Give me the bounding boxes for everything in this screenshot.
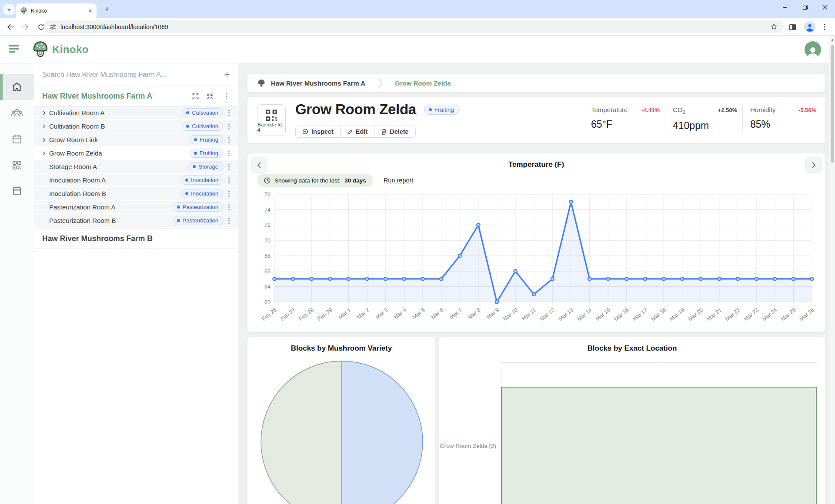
room-row[interactable]: Cultivation Room B Cultivation xyxy=(34,120,238,133)
room-menu-icon[interactable] xyxy=(223,123,234,129)
svg-text:Mar 1: Mar 1 xyxy=(337,307,352,320)
row-chevron-icon[interactable] xyxy=(41,137,48,143)
window-minimize-button[interactable] xyxy=(775,0,795,14)
nav-item-team[interactable] xyxy=(0,100,34,126)
expand-all-icon[interactable] xyxy=(192,93,199,100)
room-menu-icon[interactable] xyxy=(223,204,234,210)
inspect-button[interactable]: Inspect xyxy=(296,126,341,137)
tab-search-button[interactable] xyxy=(3,4,15,15)
variety-pie-card: Blocks by Mushroom Variety xyxy=(247,337,436,504)
room-menu-icon[interactable] xyxy=(223,110,234,116)
room-name: Cultivation Room A xyxy=(49,109,105,116)
browser-profile-avatar[interactable] xyxy=(804,21,816,33)
user-avatar[interactable] xyxy=(805,41,821,58)
stat-label: Temperature xyxy=(591,106,628,113)
stat-temperature: Temperature -4.41% 65°F xyxy=(591,106,660,136)
farm-a-menu-icon[interactable] xyxy=(220,93,232,99)
nav-item-home[interactable] xyxy=(0,74,34,100)
room-row[interactable]: Grow Room Link Fruiting xyxy=(34,133,238,146)
svg-text:66: 66 xyxy=(264,269,271,275)
room-row[interactable]: Storage Room A Storage xyxy=(34,160,238,173)
bar-chart-title: Blocks by Exact Location xyxy=(439,344,825,353)
collapse-all-icon[interactable] xyxy=(206,93,214,100)
room-menu-icon[interactable] xyxy=(223,177,234,183)
barcode-id-label: Barcode Id: 4 xyxy=(257,122,285,133)
room-menu-icon[interactable] xyxy=(223,218,234,224)
room-name: Pasteurization Room B xyxy=(49,217,116,224)
edit-button[interactable]: Edit xyxy=(341,126,374,137)
search-input[interactable] xyxy=(42,71,223,79)
date-range-chip[interactable]: Showing data for the last: 30 days xyxy=(257,174,373,187)
calendar-icon xyxy=(11,133,23,145)
delete-button[interactable]: Delete xyxy=(374,126,415,137)
bookmark-star-icon[interactable] xyxy=(770,23,778,30)
svg-text:74: 74 xyxy=(264,207,271,213)
new-tab-button[interactable]: + xyxy=(101,3,113,15)
side-panel-icon[interactable] xyxy=(786,21,798,33)
svg-text:Mar 22: Mar 22 xyxy=(724,307,741,322)
svg-text:Mar 4: Mar 4 xyxy=(393,307,407,320)
row-chevron-icon[interactable] xyxy=(41,124,48,129)
window-restore-button[interactable] xyxy=(795,0,815,14)
room-name: Grow Room Link xyxy=(49,136,98,143)
breadcrumb-room[interactable]: Grow Room Zelda xyxy=(395,80,451,87)
breadcrumb-farm[interactable]: Haw River Mushrooms Farm A xyxy=(271,80,365,87)
bar-category-label: Grow Room Zelda (2) xyxy=(439,443,496,449)
stat-delta: +2.50% xyxy=(718,107,737,113)
tab-title: Kinoko xyxy=(31,8,85,14)
page-scrollbar[interactable]: ▲ xyxy=(829,36,835,504)
farm-a-header[interactable]: Haw River Mushrooms Farm A xyxy=(34,86,238,106)
room-row[interactable]: Pasteurization Room A Pasteurization xyxy=(34,201,238,213)
nav-item-storage[interactable] xyxy=(0,178,34,204)
back-button[interactable] xyxy=(4,21,17,33)
room-type-badge: Fruiting xyxy=(190,135,223,144)
svg-text:Mar 5: Mar 5 xyxy=(411,307,426,320)
row-chevron-icon[interactable] xyxy=(41,110,48,116)
edit-icon xyxy=(347,129,353,135)
svg-text:Feb 27: Feb 27 xyxy=(279,307,296,322)
browser-tab[interactable]: Kinoko × xyxy=(16,3,97,18)
row-chevron-icon[interactable] xyxy=(41,151,48,156)
room-menu-icon[interactable] xyxy=(223,191,234,197)
room-type-badge: Fruiting xyxy=(190,149,223,158)
room-name: Inoculation Room B xyxy=(49,190,106,197)
app-name: Kinoko xyxy=(52,43,89,56)
room-row[interactable]: Inoculation Room B Inoculation xyxy=(34,187,238,200)
room-name: Grow Room Zelda xyxy=(49,149,102,157)
room-menu-icon[interactable] xyxy=(223,137,234,143)
farm-b-header[interactable]: Haw River Mushrooms Farm B xyxy=(34,229,238,249)
nav-item-calendar[interactable] xyxy=(0,126,34,152)
room-menu-icon[interactable] xyxy=(223,164,234,170)
room-row[interactable]: Inoculation Room A Inoculation xyxy=(34,174,238,186)
barcode-box[interactable]: Barcode Id: 4 xyxy=(257,104,286,136)
nav-item-scan[interactable] xyxy=(0,152,34,178)
add-location-button[interactable]: + xyxy=(223,69,231,81)
svg-text:Mar 10: Mar 10 xyxy=(502,307,519,322)
qr-code-icon xyxy=(264,109,279,122)
menu-toggle-button[interactable] xyxy=(9,45,19,54)
room-row[interactable]: Cultivation Room A Cultivation xyxy=(34,106,238,119)
room-menu-icon[interactable] xyxy=(223,150,234,156)
svg-text:Mar 17: Mar 17 xyxy=(631,307,648,322)
room-row[interactable]: Pasteurization Room B Pasteurization xyxy=(34,214,238,227)
window-close-button[interactable] xyxy=(815,0,835,14)
room-row[interactable]: Grow Room Zelda Fruiting xyxy=(34,147,238,159)
stat-co: CO2 +2.50% 410ppm xyxy=(673,106,737,136)
address-bar[interactable]: localhost:3000/dashboard/location/1069 xyxy=(43,20,784,33)
scrollbar-thumb[interactable] xyxy=(831,45,834,162)
browser-menu-icon[interactable] xyxy=(818,21,831,33)
site-settings-icon[interactable] xyxy=(50,24,56,30)
tab-close-icon[interactable]: × xyxy=(88,7,92,14)
scrollbar-up-arrow[interactable]: ▲ xyxy=(831,38,834,42)
browser-toolbar: localhost:3000/dashboard/location/1069 xyxy=(0,18,835,36)
stat-label: CO2 xyxy=(673,106,685,115)
run-report-link[interactable]: Run report xyxy=(384,177,414,184)
stat-delta: -4.41% xyxy=(642,107,660,113)
storage-box-icon xyxy=(11,186,23,197)
stat-humidity: Humidity -5.56% 85% xyxy=(750,106,816,136)
svg-text:Mar 8: Mar 8 xyxy=(467,307,482,320)
svg-text:72: 72 xyxy=(264,222,271,228)
room-name: Cultivation Room B xyxy=(49,123,105,130)
forward-button[interactable] xyxy=(19,21,31,33)
stat-value: 85% xyxy=(750,119,816,130)
